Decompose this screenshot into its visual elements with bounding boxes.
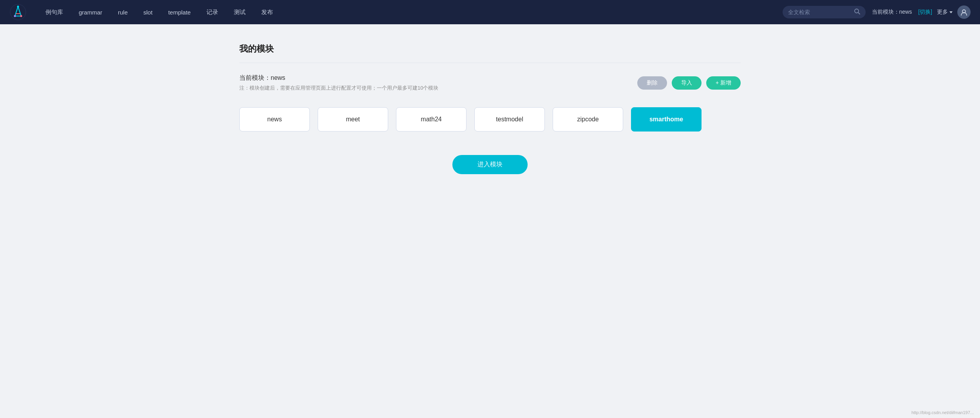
toolbar-buttons: 删除 导入 + 新增: [637, 76, 741, 90]
nav-item-slot[interactable]: slot: [137, 7, 159, 18]
nav-item-rule[interactable]: rule: [112, 7, 134, 18]
module-card-news[interactable]: news: [239, 107, 310, 132]
add-button[interactable]: + 新增: [706, 76, 741, 90]
nav-switch-button[interactable]: [切换]: [918, 9, 932, 16]
svg-line-7: [858, 13, 860, 14]
nav-right: 当前模块：news [切换] 更多: [872, 5, 971, 19]
nav-item-record[interactable]: 记录: [200, 6, 224, 18]
enter-module-row: 进入模块: [239, 155, 741, 174]
svg-point-4: [20, 15, 22, 17]
module-card-math24[interactable]: math24: [396, 107, 466, 132]
svg-point-5: [14, 15, 16, 17]
modules-grid: newsmeetmath24testmodelzipcodesmarthome: [239, 107, 741, 132]
user-avatar[interactable]: [957, 5, 971, 19]
nav-item-corpus[interactable]: 例句库: [39, 6, 69, 18]
svg-point-3: [17, 6, 19, 8]
toolbar-left: 当前模块：news 注：模块创建后，需要在应用管理页面上进行配置才可使用；一个用…: [239, 74, 438, 92]
import-button[interactable]: 导入: [672, 76, 702, 90]
search-box: [783, 6, 866, 18]
search-input[interactable]: [788, 9, 851, 15]
page-content: 我的模块 当前模块：news 注：模块创建后，需要在应用管理页面上进行配置才可使…: [216, 24, 764, 193]
chevron-down-icon: [949, 11, 953, 13]
page-title: 我的模块: [239, 43, 741, 55]
module-card-testmodel[interactable]: testmodel: [474, 107, 545, 132]
toolbar-row: 当前模块：news 注：模块创建后，需要在应用管理页面上进行配置才可使用；一个用…: [239, 74, 741, 92]
nav-item-template[interactable]: template: [162, 7, 197, 18]
nav-item-grammar[interactable]: grammar: [72, 7, 108, 18]
module-card-meet[interactable]: meet: [318, 107, 388, 132]
title-divider: [239, 63, 741, 63]
nav-item-publish[interactable]: 发布: [255, 6, 279, 18]
nav-more-button[interactable]: 更多: [937, 9, 953, 16]
nav-menu: 例句库 grammar rule slot template 记录 测试 发布: [39, 6, 776, 18]
note-text: 注：模块创建后，需要在应用管理页面上进行配置才可使用；一个用户最多可建10个模块: [239, 85, 438, 92]
enter-module-button[interactable]: 进入模块: [452, 155, 528, 174]
nav-current-module-label: 当前模块：news: [872, 9, 912, 16]
url-hint: http://blog.csdn.net/diifman197...: [911, 410, 974, 415]
current-module-label: 当前模块：news: [239, 74, 438, 82]
navbar: 例句库 grammar rule slot template 记录 测试 发布 …: [0, 0, 980, 24]
search-icon: [854, 8, 860, 16]
delete-button[interactable]: 删除: [637, 76, 667, 90]
module-card-zipcode[interactable]: zipcode: [553, 107, 623, 132]
nav-item-test[interactable]: 测试: [228, 6, 252, 18]
app-logo[interactable]: [9, 4, 27, 21]
module-card-smarthome[interactable]: smarthome: [631, 107, 702, 132]
